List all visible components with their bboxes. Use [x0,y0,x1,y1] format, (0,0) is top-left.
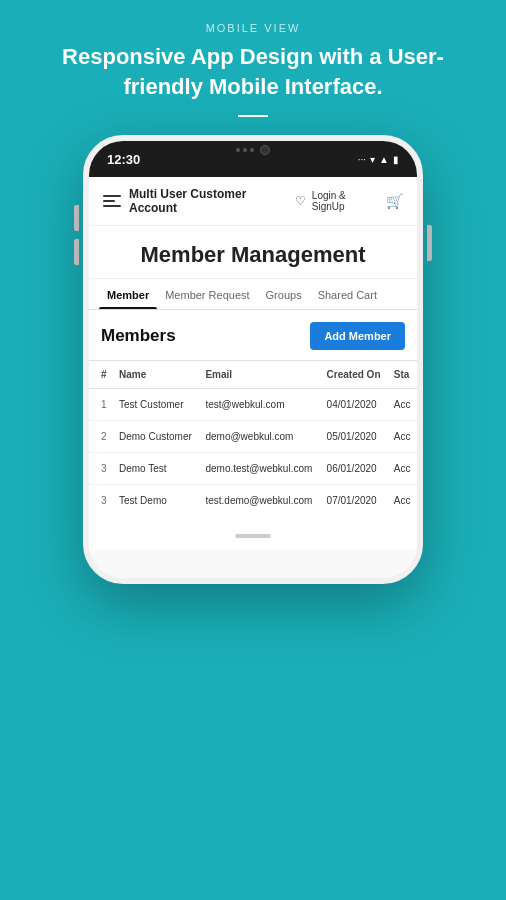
cell-num: 3 [89,453,113,485]
scroll-indicator [89,516,417,550]
phone-frame: 12:30 ··· ▾ ▲ ▮ [83,135,423,584]
phone-screen: 12:30 ··· ▾ ▲ ▮ [83,135,423,584]
battery-icon: ▮ [393,154,399,165]
cell-email: demo@webkul.com [199,421,320,453]
bottom-area [89,550,417,578]
col-header-email: Email [199,361,320,389]
status-icons: ··· ▾ ▲ ▮ [358,154,399,165]
divider [238,115,268,117]
cell-status: Acc [388,485,417,517]
tabs-bar: Member Member Request Groups Shared Cart [89,279,417,310]
notch-dots [236,148,254,152]
cell-num: 1 [89,389,113,421]
cell-created: 06/01/2020 [321,453,388,485]
wifi-icon: ▾ [370,154,375,165]
signal-icon: ▲ [379,154,389,165]
front-camera [260,145,270,155]
col-header-name: Name [113,361,199,389]
col-header-num: # [89,361,113,389]
members-header: Members Add Member [89,310,417,360]
status-time: 12:30 [107,152,140,167]
cell-created: 07/01/2020 [321,485,388,517]
power-button[interactable] [427,225,432,261]
cell-name: Demo Customer [113,421,199,453]
col-header-status: Sta [388,361,417,389]
tab-member[interactable]: Member [99,279,157,309]
cell-name: Test Demo [113,485,199,517]
nav-bar: Multi User Customer Account ♡ Login & Si… [89,177,417,226]
volume-up-button[interactable] [74,205,79,231]
cell-email: demo.test@webkul.com [199,453,320,485]
nav-title: Multi User Customer Account [129,187,295,215]
nav-right[interactable]: ♡ Login & SignUp 🛒 [295,190,403,212]
cell-num: 2 [89,421,113,453]
col-header-created: Created On [321,361,388,389]
cell-name: Test Customer [113,389,199,421]
table-row: 3 Test Demo test.demo@webkul.com 07/01/2… [89,485,417,517]
volume-down-button[interactable] [74,239,79,265]
tab-shared-cart[interactable]: Shared Cart [310,279,385,309]
cell-created: 05/01/2020 [321,421,388,453]
cell-name: Demo Test [113,453,199,485]
login-label[interactable]: Login & SignUp [312,190,380,212]
nav-left: Multi User Customer Account [103,187,295,215]
page-title: Member Management [89,226,417,279]
add-member-button[interactable]: Add Member [310,322,405,350]
signal-dots-icon: ··· [358,154,366,165]
cell-status: Acc [388,421,417,453]
cell-email: test.demo@webkul.com [199,485,320,517]
status-bar: 12:30 ··· ▾ ▲ ▮ [89,141,417,177]
table-body: 1 Test Customer test@webkul.com 04/01/20… [89,389,417,517]
tab-groups[interactable]: Groups [258,279,310,309]
tab-member-request[interactable]: Member Request [157,279,257,309]
top-label: MOBILE VIEW [206,22,301,34]
cell-created: 04/01/2020 [321,389,388,421]
hamburger-icon[interactable] [103,195,121,207]
headline: Responsive App Design with a User-friend… [0,42,506,101]
table-row: 1 Test Customer test@webkul.com 04/01/20… [89,389,417,421]
table-row: 2 Demo Customer demo@webkul.com 05/01/20… [89,421,417,453]
heart-icon: ♡ [295,194,306,208]
cell-status: Acc [388,453,417,485]
notch [224,141,282,159]
cart-icon[interactable]: 🛒 [386,193,403,209]
members-title: Members [101,326,176,346]
table-header-row: # Name Email Created On Sta [89,361,417,389]
members-table: # Name Email Created On Sta 1 Test Custo… [89,360,417,516]
page-content: Member Management Member Member Request … [89,226,417,550]
cell-num: 3 [89,485,113,517]
cell-email: test@webkul.com [199,389,320,421]
cell-status: Acc [388,389,417,421]
table-row: 3 Demo Test demo.test@webkul.com 06/01/2… [89,453,417,485]
scroll-bar [235,534,271,538]
